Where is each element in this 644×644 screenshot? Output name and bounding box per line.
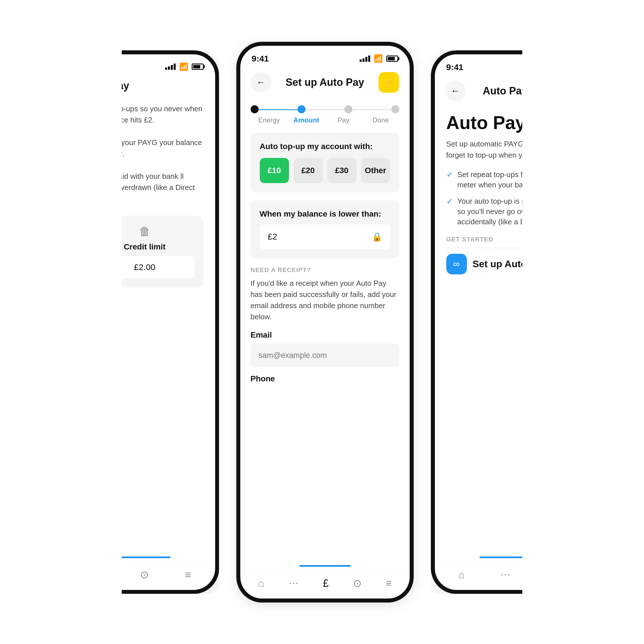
bottom-nav-center: ⌂ ⋯ £ ⊙ ≡	[240, 571, 410, 599]
nav-item-home-center[interactable]: ⌂	[258, 577, 264, 589]
progress-label-1: Amount	[288, 116, 325, 124]
status-icons-left: 📶	[165, 62, 204, 71]
balance-value: £2	[268, 232, 277, 241]
status-bar-left: 📶	[74, 54, 215, 74]
bottom-indicator-left	[119, 556, 171, 558]
body-text-1: c PAYG top-ups so you never when your ba…	[86, 103, 204, 126]
pound-icon-right: £	[546, 569, 552, 581]
auto-pay-hero-desc: Set up automatic PAYG top-u... forget to…	[446, 138, 564, 161]
status-time-right: 9:41	[446, 62, 463, 72]
bottom-nav-left: £ ⊙ ≡	[74, 563, 215, 590]
amount-btn-other[interactable]: Other	[361, 158, 390, 183]
progress-line-fill	[255, 109, 299, 110]
setup-autopay-button[interactable]: ∞ Set up Auto Pay	[446, 254, 564, 274]
receipt-section: Need a receipt? If you'd like a receipt …	[251, 266, 399, 383]
amount-card-title: Auto top-up my account with:	[260, 142, 390, 151]
progress-dot-1	[298, 105, 306, 113]
nav-item-home-right[interactable]: ⌂	[458, 569, 465, 581]
credit-value-box: £2.00	[95, 256, 195, 278]
nav-item-connect-right[interactable]: ⋯	[500, 569, 510, 581]
check-text-0: Set repeat top-ups for yo... meter when …	[457, 169, 564, 190]
back-button-right[interactable]: ←	[445, 81, 466, 101]
body-text-3: op-up is paid with your bank ll never go…	[86, 171, 204, 204]
main-content-center: Auto top-up my account with: £10 £20 £30…	[240, 127, 410, 565]
lightning-icon-btn[interactable]: ⚡	[379, 72, 399, 93]
back-arrow-icon: ←	[256, 77, 265, 88]
check-item-1: ✓ Your auto top-up is paid ... card, so …	[446, 196, 564, 227]
balance-input-row: £2 🔒	[260, 224, 390, 249]
connect-icon-center: ⋯	[288, 577, 299, 589]
status-bar-right: 9:41 📶	[435, 54, 576, 75]
status-icons-center: 📶	[360, 54, 398, 63]
nav-item-pound[interactable]: £	[98, 569, 104, 581]
progress-label-3: Done	[362, 116, 399, 124]
signal-icon-right	[526, 64, 536, 70]
connect-icon-right: ⋯	[500, 569, 510, 581]
phone-label: Phone	[251, 374, 399, 383]
bottom-indicator-center	[299, 565, 351, 567]
wifi-icon-center: 📶	[374, 54, 383, 63]
progress-container: Energy Amount Pay Done	[240, 98, 410, 127]
lock-icon: 🔒	[372, 232, 382, 242]
nav-item-connect-center[interactable]: ⋯	[288, 577, 299, 589]
nav-item-help[interactable]: ⊙	[140, 569, 149, 581]
battery-icon-right	[552, 64, 564, 70]
pound-icon: £	[98, 569, 104, 581]
nav-item-pound-right[interactable]: £	[546, 569, 552, 581]
get-started-divider	[446, 248, 564, 248]
progress-label-0: Energy	[251, 116, 288, 124]
receipt-section-label: Need a receipt?	[251, 266, 399, 274]
nav-item-pound-center[interactable]: £	[323, 577, 329, 589]
check-text-1: Your auto top-up is paid ... card, so yo…	[457, 196, 564, 227]
email-label: Email	[251, 330, 399, 340]
get-started-label: Get Started	[446, 236, 564, 243]
checkmark-icon-0: ✓	[446, 170, 453, 179]
body-text-2: op-ups for your PAYG your balance reache…	[86, 137, 204, 159]
progress-dot-3	[391, 105, 399, 113]
nav-item-help-center[interactable]: ⊙	[353, 577, 362, 589]
status-bar-center: 9:41 📶	[240, 46, 410, 66]
progress-dot-2	[344, 105, 352, 113]
delete-icon: 🗑	[95, 225, 195, 238]
amount-card: Auto top-up my account with: £10 £20 £30…	[251, 133, 399, 192]
page-title-right: Auto Pay	[483, 85, 527, 97]
credit-limit-card: 🗑 Credit limit £2.00	[86, 216, 204, 288]
checkmark-icon-1: ✓	[446, 197, 453, 206]
progress-label-2: Pay	[325, 116, 362, 124]
amount-btn-10[interactable]: £10	[260, 158, 289, 183]
home-icon-center: ⌂	[258, 577, 264, 589]
page-title-left: Auto Pay	[85, 80, 129, 92]
nav-item-menu-center[interactable]: ≡	[386, 577, 392, 589]
menu-icon-center: ≡	[386, 577, 392, 589]
progress-labels: Energy Amount Pay Done	[251, 116, 399, 124]
receipt-description: If you'd like a receipt when your Auto P…	[251, 278, 399, 322]
battery-icon	[192, 64, 204, 70]
balance-card-title: When my balance is lower than:	[260, 209, 390, 219]
progress-dot-0	[251, 105, 259, 113]
help-icon: ⊙	[140, 569, 149, 581]
status-time-center: 9:41	[252, 54, 269, 64]
back-button-center[interactable]: ←	[251, 72, 271, 93]
lightning-icon: ⚡	[383, 77, 395, 88]
wifi-icon-right: 📶	[540, 63, 549, 72]
email-input[interactable]	[251, 344, 399, 367]
page-title-center: Set up Auto Pay	[286, 76, 364, 88]
phone-right: 9:41 📶 ← Auto Pay Auto Pay Set up aut	[431, 50, 580, 594]
phone-left: 📶 Auto Pay c PAYG top-ups so you never w…	[70, 50, 219, 594]
top-nav-center: ← Set up Auto Pay ⚡	[240, 66, 410, 98]
menu-icon: ≡	[185, 569, 191, 581]
top-nav-left: Auto Pay	[74, 74, 215, 98]
battery-icon-center	[386, 56, 398, 62]
amount-btn-30[interactable]: £30	[327, 158, 356, 183]
pound-icon-center: £	[323, 577, 329, 589]
amount-options: £10 £20 £30 Other	[260, 158, 390, 183]
credit-limit-label: Credit limit	[95, 242, 195, 251]
left-content: c PAYG top-ups so you never when your ba…	[74, 98, 215, 556]
phone-center: 9:41 📶 ← Set up Auto Pay ⚡	[236, 42, 414, 603]
nav-item-menu[interactable]: ≡	[185, 569, 191, 581]
wifi-icon: 📶	[179, 62, 188, 71]
scene: 📶 Auto Pay c PAYG top-ups so you never w…	[0, 0, 644, 644]
amount-btn-20[interactable]: £20	[294, 158, 323, 183]
bottom-nav-right: ⌂ ⋯ £	[435, 563, 576, 590]
auto-pay-hero-title: Auto Pay	[446, 113, 564, 133]
